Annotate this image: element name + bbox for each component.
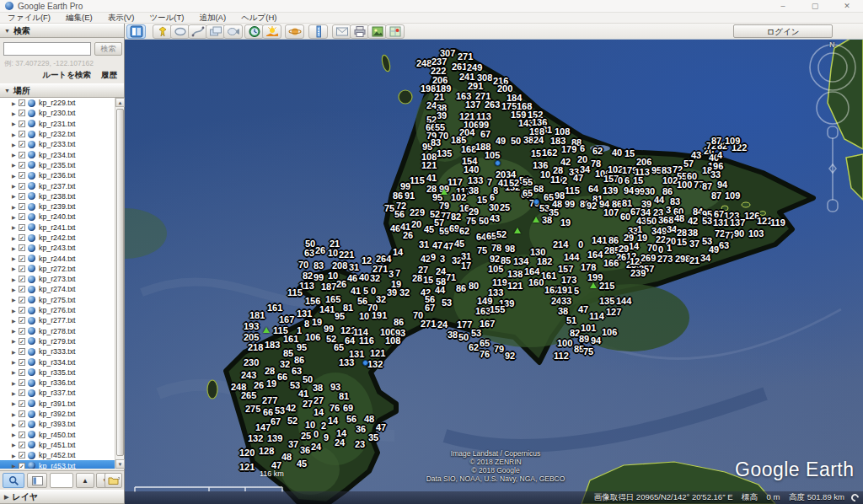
- expander-icon[interactable]: ▶: [12, 359, 19, 365]
- green-placemark-icon[interactable]: [533, 217, 539, 223]
- map-number-label[interactable]: 68: [533, 184, 544, 194]
- map-number-label[interactable]: 75: [466, 216, 476, 226]
- login-button[interactable]: ログイン: [733, 24, 833, 38]
- map-number-label[interactable]: 269: [641, 253, 656, 263]
- checkbox-checked-icon[interactable]: ✓: [19, 317, 25, 324]
- planets-button[interactable]: [285, 24, 304, 39]
- map-number-label[interactable]: 167: [480, 319, 495, 329]
- map-number-label[interactable]: 32: [370, 273, 380, 283]
- map-number-label[interactable]: 99: [324, 324, 334, 334]
- map-number-label[interactable]: 133: [468, 175, 483, 185]
- expander-icon[interactable]: ▶: [12, 235, 19, 241]
- map-number-label[interactable]: 291: [468, 81, 483, 91]
- map-number-label[interactable]: 25: [500, 202, 510, 212]
- map-number-label[interactable]: 50: [479, 216, 489, 226]
- places-item[interactable]: ▶✓kp_r241.txt: [0, 223, 124, 233]
- map-number-label[interactable]: 56: [357, 296, 367, 306]
- map-number-label[interactable]: 25: [301, 431, 311, 441]
- checkbox-checked-icon[interactable]: ✓: [19, 421, 25, 427]
- places-item[interactable]: ▶✓kp_r275.txt: [0, 295, 124, 305]
- menu-item[interactable]: 追加(A): [191, 13, 233, 24]
- map-number-label[interactable]: 99: [635, 186, 645, 196]
- map-number-label[interactable]: 102: [662, 175, 678, 185]
- map-number-label[interactable]: 275: [245, 404, 260, 414]
- map-number-label[interactable]: 215: [599, 281, 614, 291]
- places-item[interactable]: ▶✓kp_r231.txt: [0, 119, 124, 129]
- map-number-label[interactable]: 62: [469, 342, 479, 352]
- map-number-label[interactable]: 22: [410, 207, 420, 217]
- map-number-label[interactable]: 48: [364, 414, 374, 424]
- places-item[interactable]: ▶✓kp_r335.txt: [0, 367, 124, 378]
- map-number-label[interactable]: 92: [505, 351, 515, 361]
- map-number-label[interactable]: 38: [688, 228, 698, 238]
- map-number-label[interactable]: 26: [403, 230, 413, 240]
- map-number-label[interactable]: 133: [339, 357, 354, 367]
- checkbox-checked-icon[interactable]: ✓: [19, 389, 25, 396]
- map-number-label[interactable]: 182: [537, 256, 552, 266]
- map-number-label[interactable]: 63: [292, 366, 302, 376]
- map-number-label[interactable]: 95: [335, 311, 345, 321]
- map-number-label[interactable]: 101: [581, 323, 596, 333]
- checkbox-checked-icon[interactable]: ✓: [19, 255, 25, 262]
- map-number-label[interactable]: 248: [416, 58, 432, 68]
- map-number-label[interactable]: 34: [667, 224, 677, 234]
- map-number-label[interactable]: 6: [624, 175, 630, 185]
- map-number-label[interactable]: 63: [719, 240, 729, 250]
- map-number-label[interactable]: 27: [314, 395, 324, 405]
- places-item[interactable]: ▶✓kp_r239.txt: [0, 201, 124, 212]
- map-number-label[interactable]: 31: [419, 239, 429, 249]
- map-number-label[interactable]: 156: [305, 296, 320, 306]
- checkbox-checked-icon[interactable]: ✓: [19, 463, 25, 469]
- places-item[interactable]: ▶✓kp_r237.txt: [0, 180, 124, 190]
- expander-icon[interactable]: ▶: [12, 349, 19, 355]
- menu-item[interactable]: ツール(T): [142, 13, 191, 24]
- expander-icon[interactable]: ▶: [12, 380, 19, 386]
- places-item[interactable]: ▶✓kp_r273.txt: [0, 274, 124, 284]
- expander-icon[interactable]: ▶: [12, 100, 19, 106]
- map-number-label[interactable]: 47: [432, 240, 442, 250]
- map-number-label[interactable]: 0: [314, 429, 319, 439]
- map-number-label[interactable]: 53: [702, 216, 712, 226]
- map-number-label[interactable]: 108: [385, 335, 400, 346]
- map-number-label[interactable]: 52: [496, 229, 507, 239]
- expander-icon[interactable]: ▶: [12, 308, 19, 314]
- map-number-label[interactable]: 15: [423, 275, 433, 285]
- checkbox-checked-icon[interactable]: ✓: [19, 359, 25, 366]
- map-number-label[interactable]: 41: [426, 173, 437, 183]
- checkbox-checked-icon[interactable]: ✓: [19, 432, 25, 438]
- map-number-label[interactable]: 102: [451, 192, 466, 202]
- map-number-label[interactable]: 48: [281, 452, 292, 462]
- record-tour-button[interactable]: [223, 24, 243, 39]
- places-item[interactable]: ▶✓kp_r336.txt: [0, 378, 124, 388]
- map-number-label[interactable]: 20: [577, 154, 587, 164]
- map-number-label[interactable]: 53: [275, 405, 285, 416]
- places-item[interactable]: ▶✓kp_r337.txt: [0, 388, 124, 398]
- map-number-label[interactable]: 47: [573, 173, 583, 183]
- folder-button[interactable]: [105, 473, 122, 488]
- map-number-label[interactable]: 193: [244, 321, 259, 331]
- map-number-label[interactable]: 173: [561, 275, 576, 285]
- map-number-label[interactable]: 42: [421, 254, 431, 264]
- map-number-label[interactable]: 168: [461, 144, 476, 154]
- map-number-label[interactable]: 85: [283, 348, 293, 358]
- menu-item[interactable]: ファイル(F): [0, 13, 58, 24]
- checkbox-checked-icon[interactable]: ✓: [19, 121, 25, 127]
- places-item[interactable]: ▶✓kp_r334.txt: [0, 357, 124, 367]
- map-number-label[interactable]: 19: [266, 378, 276, 389]
- map-number-label[interactable]: 221: [339, 249, 354, 260]
- map-number-label[interactable]: 298: [675, 254, 690, 264]
- places-item[interactable]: ▶✓kp_r236.txt: [0, 170, 124, 180]
- places-item[interactable]: ▶✓kp_r244.txt: [0, 253, 124, 263]
- map-number-label[interactable]: 69: [449, 223, 459, 233]
- history-link[interactable]: 履歴: [101, 70, 117, 79]
- expander-icon[interactable]: ▶: [12, 432, 19, 437]
- green-placemark-icon[interactable]: [441, 189, 448, 195]
- map-number-label[interactable]: 62: [592, 146, 603, 156]
- map-number-label[interactable]: 121: [239, 462, 255, 472]
- map-number-label[interactable]: 137: [465, 99, 480, 110]
- minimize-button[interactable]: –: [767, 0, 799, 13]
- checkbox-checked-icon[interactable]: ✓: [19, 234, 25, 241]
- map-number-label[interactable]: 46: [390, 223, 400, 233]
- map-number-label[interactable]: 32: [399, 287, 410, 298]
- expander-icon[interactable]: ▶: [12, 245, 19, 251]
